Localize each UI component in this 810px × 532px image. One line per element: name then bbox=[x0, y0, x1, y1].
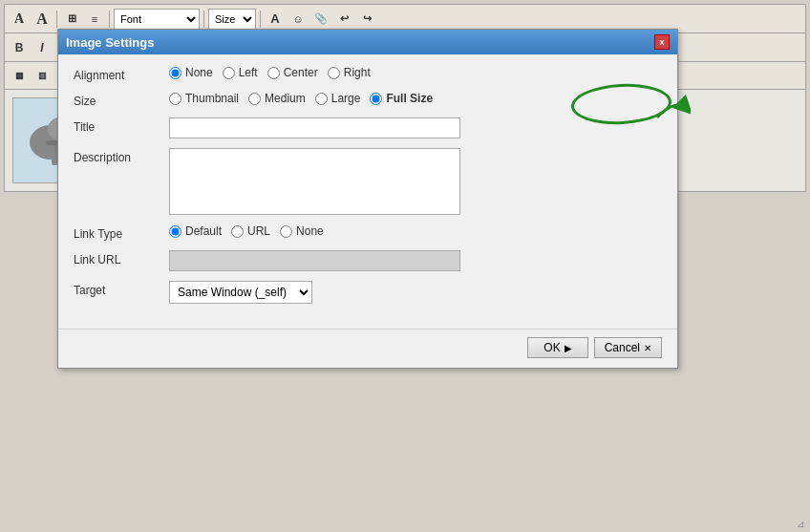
title-input[interactable] bbox=[169, 117, 460, 138]
alignment-controls: None Left Center Right bbox=[169, 66, 662, 79]
title-label: Title bbox=[74, 117, 169, 134]
style-btn[interactable]: ⊞ bbox=[61, 9, 82, 30]
alignment-right[interactable]: Right bbox=[328, 66, 371, 79]
separator-4 bbox=[260, 11, 261, 28]
separator-2 bbox=[109, 11, 110, 28]
alignment-none[interactable]: None bbox=[169, 66, 213, 79]
dialog-close-btn[interactable]: x bbox=[654, 34, 670, 50]
dialog-body: Alignment None Left Center Right bbox=[58, 54, 677, 325]
target-select[interactable]: Same Window (_self) New Window (_blank) bbox=[169, 281, 312, 304]
alignment-left[interactable]: Left bbox=[223, 66, 258, 79]
resize-handle[interactable]: ⊿ bbox=[797, 519, 808, 530]
size-large[interactable]: Large bbox=[315, 92, 361, 105]
font-color-btn[interactable]: A bbox=[265, 9, 286, 30]
link-default[interactable]: Default bbox=[169, 224, 222, 238]
size-full[interactable]: Full Size bbox=[370, 92, 433, 105]
link-url-row: Link URL bbox=[74, 250, 662, 271]
link-url[interactable]: URL bbox=[231, 224, 270, 238]
svg-rect-8 bbox=[46, 140, 57, 145]
dialog-footer: OK ▶ Cancel ✕ bbox=[58, 329, 677, 368]
description-controls bbox=[169, 148, 662, 215]
description-row: Description bbox=[74, 148, 662, 215]
link-type-label: Link Type bbox=[74, 224, 169, 241]
undo-btn[interactable]: ↩ bbox=[333, 9, 354, 30]
target-row: Target Same Window (_self) New Window (_… bbox=[74, 281, 662, 304]
editor-area: A A ⊞ ≡ Font Size A ☺ 📎 ↩ ↪ B I U ⇤ ≡ ⇥ … bbox=[0, 0, 810, 532]
size-select[interactable]: Size bbox=[208, 9, 256, 30]
font-size-increase-btn[interactable]: A bbox=[32, 9, 53, 30]
alignment-row: Alignment None Left Center Right bbox=[74, 66, 662, 82]
description-label: Description bbox=[74, 148, 169, 164]
row-btn1[interactable]: ▦ bbox=[9, 65, 30, 86]
redo-btn[interactable]: ↪ bbox=[356, 9, 377, 30]
size-thumbnail[interactable]: Thumbnail bbox=[169, 92, 239, 105]
dialog-titlebar: Image Settings x bbox=[58, 30, 677, 54]
font-size-decrease-btn[interactable]: A bbox=[9, 9, 30, 30]
title-controls bbox=[169, 117, 662, 138]
image-settings-dialog: Image Settings x Alignment None Left Cen… bbox=[57, 29, 678, 369]
bold-btn[interactable]: B bbox=[9, 37, 30, 58]
target-controls: Same Window (_self) New Window (_blank) bbox=[169, 281, 662, 304]
font-select[interactable]: Font bbox=[114, 9, 200, 30]
size-row: Size Thumbnail Medium Large Full Size bbox=[74, 92, 662, 108]
size-medium[interactable]: Medium bbox=[248, 92, 306, 105]
ok-button[interactable]: OK ▶ bbox=[527, 337, 587, 358]
separator-3 bbox=[203, 11, 204, 28]
link-url-label: Link URL bbox=[74, 250, 169, 266]
link-url-controls bbox=[169, 250, 662, 271]
separator-1 bbox=[56, 11, 57, 28]
target-label: Target bbox=[74, 281, 169, 297]
cancel-button[interactable]: Cancel ✕ bbox=[594, 337, 662, 358]
description-textarea[interactable] bbox=[169, 148, 460, 215]
size-label: Size bbox=[74, 92, 169, 108]
paperclip-btn[interactable]: 📎 bbox=[310, 9, 331, 30]
link-type-controls: Default URL None bbox=[169, 224, 662, 238]
dialog-title: Image Settings bbox=[66, 35, 154, 50]
alignment-center[interactable]: Center bbox=[267, 66, 318, 79]
row-btn2[interactable]: ▥ bbox=[32, 65, 53, 86]
link-url-input[interactable] bbox=[169, 250, 460, 271]
smiley-btn[interactable]: ☺ bbox=[288, 9, 309, 30]
size-controls: Thumbnail Medium Large Full Size bbox=[169, 92, 662, 105]
title-row: Title bbox=[74, 117, 662, 138]
link-type-row: Link Type Default URL None bbox=[74, 224, 662, 241]
alignment-label: Alignment bbox=[74, 66, 169, 82]
italic-btn[interactable]: I bbox=[32, 37, 53, 58]
link-none[interactable]: None bbox=[280, 224, 324, 238]
format-btn[interactable]: ≡ bbox=[84, 9, 105, 30]
